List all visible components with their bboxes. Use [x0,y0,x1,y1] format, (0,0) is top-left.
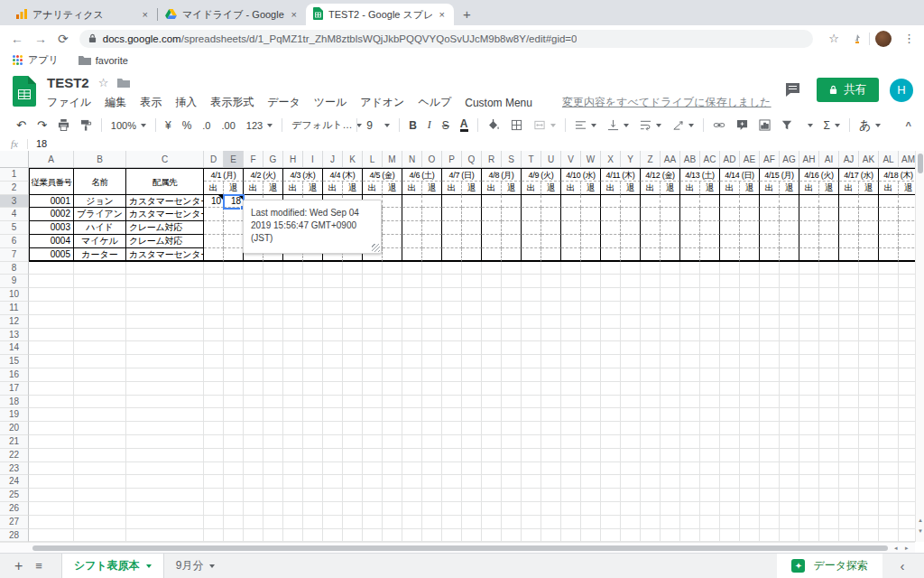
cell[interactable] [522,408,541,422]
cell[interactable] [700,208,720,221]
cell[interactable] [859,288,879,302]
cell[interactable] [661,368,680,382]
cell[interactable] [204,262,224,275]
cell[interactable] [502,502,522,516]
cell[interactable] [224,262,244,275]
cell[interactable] [819,475,839,489]
cell[interactable] [641,221,661,235]
cell[interactable] [29,408,74,422]
cell[interactable] [442,221,462,235]
cell[interactable] [760,315,780,329]
cell[interactable] [126,462,204,476]
cell[interactable] [839,408,859,422]
cell[interactable] [780,516,799,529]
cell[interactable] [283,355,303,368]
cell[interactable] [601,235,621,248]
cell[interactable] [561,208,581,221]
cell[interactable] [204,355,224,368]
cell[interactable] [126,449,204,462]
cell[interactable] [700,475,720,489]
cell[interactable] [482,288,502,302]
cell[interactable] [899,408,915,422]
cell[interactable] [541,275,561,288]
cell[interactable] [819,262,839,275]
cell[interactable] [601,408,621,422]
cell[interactable] [74,516,126,529]
cell[interactable] [680,235,700,248]
cell[interactable] [462,195,482,209]
cell[interactable] [740,195,760,209]
cell[interactable] [422,221,442,235]
cell[interactable] [760,475,780,489]
cell[interactable] [462,288,482,302]
cell[interactable] [363,355,383,368]
browser-profile-avatar[interactable] [875,31,892,47]
cell[interactable] [303,262,323,275]
cell[interactable] [383,462,402,476]
column-header-A[interactable]: A [29,151,74,168]
percent-format-button[interactable]: % [182,119,192,132]
cell[interactable] [601,382,621,396]
cell[interactable] [740,489,760,502]
cell[interactable] [621,529,641,542]
menu-item[interactable]: 挿入 [175,95,197,110]
horizontal-scroll-thumb[interactable] [32,545,888,551]
cell[interactable] [780,502,799,516]
row-header-28[interactable]: 28 [0,529,29,542]
cell[interactable] [859,315,879,329]
cell[interactable] [482,449,502,462]
cell[interactable] [74,302,126,315]
cell[interactable] [641,516,661,529]
cell[interactable] [859,382,879,396]
date-header[interactable]: 4/12 (金) [641,168,680,182]
cell[interactable] [561,248,581,262]
increase-decimal-button[interactable]: .00 [222,120,236,131]
column-header-X[interactable]: X [601,151,621,168]
cell[interactable] [502,195,522,209]
cell[interactable] [263,288,283,302]
cell[interactable] [363,302,383,315]
cell[interactable] [899,502,915,516]
cell[interactable] [740,329,760,342]
cell[interactable] [74,422,126,435]
cell[interactable] [303,368,323,382]
cell[interactable] [383,396,402,409]
cell[interactable] [224,449,244,462]
cell[interactable] [839,502,859,516]
cell[interactable] [541,435,561,449]
horizontal-align-button[interactable] [575,119,596,131]
cell[interactable] [442,329,462,342]
cell[interactable] [402,489,422,502]
browser-tab[interactable]: アナリティクス× [9,4,157,25]
cell[interactable] [29,329,74,342]
cell[interactable] [462,382,482,396]
text-wrap-button[interactable] [640,119,661,131]
cell[interactable] [819,516,839,529]
cell[interactable] [283,382,303,396]
new-tab-button[interactable]: + [463,6,471,22]
cell[interactable] [581,288,601,302]
cell[interactable] [879,449,899,462]
cell[interactable] [661,355,680,368]
cell[interactable] [680,329,700,342]
cell[interactable] [74,529,126,542]
cell[interactable] [899,516,915,529]
cell[interactable] [303,502,323,516]
cell[interactable] [641,355,661,368]
cell[interactable] [621,262,641,275]
zoom-select[interactable]: 100% [111,120,146,131]
cell[interactable] [661,302,680,315]
cell[interactable] [581,208,601,221]
cell[interactable] [482,382,502,396]
cell[interactable] [442,208,462,221]
cell[interactable] [621,221,641,235]
cell[interactable] [641,248,661,262]
cell[interactable] [561,341,581,355]
cell[interactable] [204,422,224,435]
table-header[interactable]: 従業員番号 [29,168,74,195]
cell[interactable] [799,341,819,355]
cell[interactable] [541,315,561,329]
cell[interactable] [799,195,819,209]
cell[interactable] [402,502,422,516]
cell[interactable] [740,262,760,275]
